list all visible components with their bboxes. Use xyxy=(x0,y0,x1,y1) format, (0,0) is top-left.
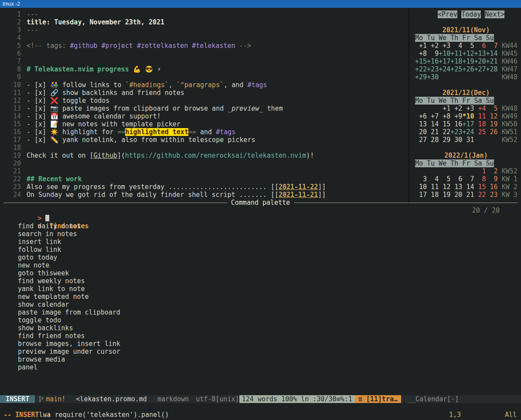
palette-item[interactable]: toggle todo xyxy=(3,316,518,324)
calendar-day[interactable]: 9 xyxy=(427,50,439,58)
calendar-day[interactable]: 13 xyxy=(450,183,462,191)
calendar-day[interactable]: +8 xyxy=(439,112,450,120)
calendar-day[interactable]: 12 xyxy=(486,112,498,120)
calendar-day[interactable]: +6 xyxy=(415,112,427,120)
calendar-day[interactable]: 4 xyxy=(450,42,462,50)
calendar-day[interactable]: +11 xyxy=(450,50,462,58)
palette-item[interactable]: browse media xyxy=(3,356,518,363)
calendar-day[interactable]: 19 xyxy=(486,120,498,128)
calendar-day[interactable]: +3 xyxy=(462,105,474,112)
editor-line[interactable]: 13- [x] 📷 paste images from clipboard or… xyxy=(3,105,407,112)
calendar-day[interactable]: 6 xyxy=(450,175,462,183)
calendar-day[interactable]: 11 xyxy=(427,183,439,191)
editor-line[interactable]: 9 xyxy=(3,73,407,81)
calendar-day[interactable]: +22 xyxy=(415,65,427,73)
calendar-day[interactable]: +23 xyxy=(427,65,439,73)
calendar-day[interactable]: 15 xyxy=(474,183,486,191)
calendar-today-button[interactable]: Today xyxy=(461,10,481,18)
calendar-day[interactable]: +20 xyxy=(474,58,486,65)
palette-item[interactable]: goto thisweek xyxy=(3,269,518,277)
editor-line[interactable]: 10- [x] 👫 follow links to `#headings`, `… xyxy=(3,81,407,89)
calendar-day[interactable]: 5 xyxy=(486,105,498,112)
calendar-day[interactable]: +16 xyxy=(427,58,439,65)
calendar-day[interactable]: +10 xyxy=(439,50,450,58)
editor-line[interactable]: 19Check it out on [Github](https://githu… xyxy=(3,152,407,159)
editor-line[interactable]: 3--- xyxy=(3,26,407,34)
calendar-day[interactable]: 6 xyxy=(474,42,486,50)
editor-line[interactable]: 7 xyxy=(3,58,407,65)
calendar-day[interactable]: +3 xyxy=(439,42,450,50)
editor-line[interactable]: 18 xyxy=(3,144,407,152)
calendar-day[interactable]: +9 xyxy=(450,112,462,120)
calendar-day[interactable]: 7 xyxy=(462,175,474,183)
calendar-day[interactable]: 8 xyxy=(474,175,486,183)
calendar-day[interactable]: 21 xyxy=(427,128,439,136)
calendar-day[interactable]: 23 xyxy=(486,191,498,199)
calendar-day[interactable]: 27 xyxy=(415,136,427,144)
calendar-day[interactable]: +25 xyxy=(450,65,462,73)
calendar-day[interactable]: 5 xyxy=(439,175,450,183)
calendar-day[interactable]: 31 xyxy=(462,136,474,144)
calendar-day[interactable]: +13 xyxy=(474,50,486,58)
palette-prompt-input[interactable]: > 20 / 20 xyxy=(3,207,518,214)
calendar-day[interactable]: +2 xyxy=(450,105,462,112)
calendar-day[interactable]: 19 xyxy=(439,191,450,199)
palette-item[interactable]: preview image under cursor xyxy=(3,348,518,356)
palette-item[interactable]: find daily notes xyxy=(3,222,518,230)
calendar-day[interactable]: +17 xyxy=(439,58,450,65)
palette-item[interactable]: goto today xyxy=(3,254,518,261)
calendar-day[interactable]: *10 xyxy=(462,112,474,120)
calendar-day[interactable]: +17 xyxy=(462,120,474,128)
calendar-day[interactable]: 7 xyxy=(486,42,498,50)
palette-item[interactable]: paste image from clipboard xyxy=(3,308,518,316)
editor-line[interactable]: 12- [x] ❌ toggle todos xyxy=(3,97,407,105)
palette-item[interactable]: insert link xyxy=(3,238,518,246)
editor-line[interactable]: 15- [x] 📝 new notes with template picker xyxy=(3,120,407,128)
calendar-day[interactable]: 25 xyxy=(474,128,486,136)
calendar-day[interactable]: +24 xyxy=(439,65,450,73)
calendar-day[interactable]: 15 xyxy=(439,120,450,128)
palette-item[interactable]: new templated note xyxy=(3,293,518,301)
calendar-day[interactable]: 30 xyxy=(450,136,462,144)
calendar-day[interactable]: 17 xyxy=(415,191,427,199)
calendar-day[interactable]: +24 xyxy=(462,128,474,136)
calendar-day[interactable]: 16 xyxy=(450,120,462,128)
palette-item[interactable]: show backlinks xyxy=(3,324,518,332)
palette-item[interactable]: search in notes xyxy=(3,230,518,238)
editor-buffer[interactable]: 1---2title: Tuesday, November 23th, 2021… xyxy=(3,10,407,199)
calendar-day[interactable]: 12 xyxy=(439,183,450,191)
calendar-day[interactable]: 4 xyxy=(427,175,439,183)
palette-item[interactable]: follow link xyxy=(3,246,518,254)
calendar-day[interactable]: +27 xyxy=(474,65,486,73)
calendar-day[interactable]: 3 xyxy=(415,175,427,183)
editor-line[interactable]: 14- [x] 📅 awesome calendar support! xyxy=(3,112,407,120)
palette-item[interactable]: browse images, insert link xyxy=(3,340,518,348)
calendar-day[interactable]: +28 xyxy=(486,65,498,73)
calendar-day[interactable]: 26 xyxy=(486,128,498,136)
calendar-day[interactable]: 14 xyxy=(427,120,439,128)
editor-line[interactable]: 23Also see my progress from yesterday ..… xyxy=(3,183,407,191)
palette-item-selected[interactable]: >find notes xyxy=(3,214,518,222)
calendar-day[interactable]: 5 xyxy=(462,42,474,50)
editor-line[interactable]: 21 xyxy=(3,167,407,175)
calendar-day[interactable]: 13 xyxy=(415,120,427,128)
editor-line[interactable]: 8# Telekasten.nvim progress 💪 😎 ⚡ xyxy=(3,65,407,73)
calendar-day[interactable]: +23 xyxy=(450,128,462,136)
palette-item[interactable]: yank link to note xyxy=(3,285,518,293)
editor-line[interactable]: 5<!-- tags: #github #project #zettelkast… xyxy=(3,42,407,50)
calendar-day[interactable]: 11 xyxy=(474,112,486,120)
calendar-day[interactable]: +29 xyxy=(415,73,427,81)
calendar-day[interactable]: +1 xyxy=(415,42,427,50)
calendar-day[interactable]: 18 xyxy=(427,191,439,199)
calendar-day[interactable]: +19 xyxy=(462,58,474,65)
calendar-day[interactable]: 9 xyxy=(486,175,498,183)
calendar-day[interactable]: 14 xyxy=(462,183,474,191)
calendar-day[interactable]: 29 xyxy=(439,136,450,144)
palette-item[interactable]: panel xyxy=(3,363,518,371)
editor-line[interactable]: 24On Sunday we got rid of the daily find… xyxy=(3,191,407,199)
calendar-day[interactable]: +30 xyxy=(427,73,439,81)
calendar-day[interactable]: +1 xyxy=(439,105,450,112)
editor-line[interactable]: 22## Recent work xyxy=(3,175,407,183)
editor-line[interactable]: 2title: Tuesday, November 23th, 2021 xyxy=(3,18,407,26)
calendar-day[interactable]: +7 xyxy=(427,112,439,120)
